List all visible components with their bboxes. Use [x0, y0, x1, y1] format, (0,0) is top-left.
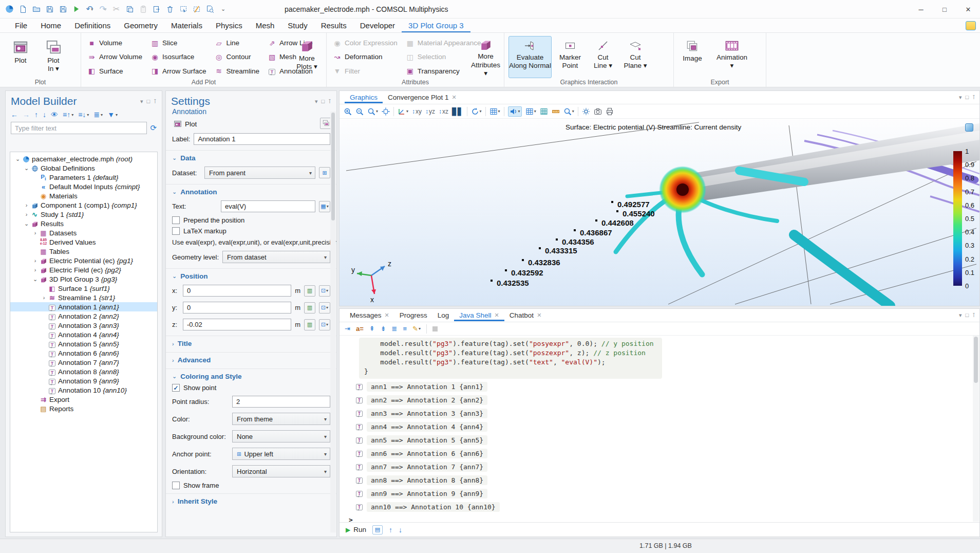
save-as-icon[interactable]: [59, 5, 67, 13]
console-tab-log[interactable]: Log: [432, 310, 455, 321]
move-down-icon[interactable]: ↓: [43, 110, 46, 119]
tree-item-surface-1[interactable]: ◧Surface 1{surf1}: [10, 284, 157, 293]
ribbon-tab-results[interactable]: Results: [314, 19, 353, 32]
panel-menu-icon[interactable]: ▾: [140, 98, 143, 105]
panel-pin-icon[interactable]: ⊺: [972, 94, 975, 101]
close-tab-icon[interactable]: ✕: [537, 312, 541, 319]
attribute-filter-button[interactable]: ▼Filter: [331, 64, 402, 78]
next-command-icon[interactable]: ↓: [399, 526, 402, 534]
add-plot-arrow-volume-button[interactable]: ⇛Arrow Volume: [85, 50, 146, 64]
minimize-button[interactable]: ─: [909, 0, 933, 19]
tree-item-streamline-1[interactable]: ›≋Streamline 1{str1}: [10, 293, 157, 302]
orientation-dropdown[interactable]: Horizontal: [232, 465, 330, 477]
more-plots-button[interactable]: More Plots ▾: [292, 36, 322, 78]
show-point-checkbox[interactable]: ✓: [172, 384, 180, 392]
ribbon-tab-physics[interactable]: Physics: [209, 19, 249, 32]
tree-item-export[interactable]: ⇉Export: [10, 395, 157, 404]
tree-item-annotation-4[interactable]: TAnnotation 4{ann4}: [10, 330, 157, 339]
expand-all-icon[interactable]: ≡↓▾: [78, 110, 89, 119]
ribbon-tab-geometry[interactable]: Geometry: [117, 19, 164, 32]
latex-markup-checkbox[interactable]: [172, 227, 180, 235]
tree-item-global-definitions[interactable]: ⌄Global Definitions: [10, 163, 157, 173]
annotation-label-input[interactable]: [194, 133, 330, 145]
go-to-view-icon[interactable]: ▾: [398, 107, 408, 116]
measure-icon[interactable]: [552, 107, 560, 116]
delete-icon[interactable]: [165, 5, 174, 13]
tree-expander-icon[interactable]: ⌄: [14, 156, 21, 162]
add-plot-arrow-surface-button[interactable]: ◨Arrow Surface: [148, 64, 211, 78]
panel-float-icon[interactable]: □: [322, 98, 325, 105]
console-tab-chatbot[interactable]: Chatbot✕: [504, 310, 547, 321]
add-plot-surface-button[interactable]: ◧Surface: [85, 64, 146, 78]
ribbon-tab-study[interactable]: Study: [281, 19, 314, 32]
tree-expander-icon[interactable]: ›: [32, 257, 39, 264]
expand-entries-icon[interactable]: ⇞: [369, 325, 375, 333]
view-yz-icon[interactable]: ↕yz: [425, 108, 435, 115]
insert-expression-button[interactable]: ▦▾: [319, 201, 330, 212]
attribute-color-expression-button[interactable]: ◉Color Expression: [331, 36, 402, 50]
range-button[interactable]: ▥: [304, 302, 315, 314]
run-icon[interactable]: [72, 5, 81, 13]
section-inherit-style[interactable]: ›Inherit Style: [166, 493, 336, 507]
geometry-level-dropdown[interactable]: From dataset: [222, 251, 330, 263]
ribbon-tab-developer[interactable]: Developer: [353, 19, 402, 32]
scene-settings-icon[interactable]: ▾: [489, 107, 500, 116]
ribbon-tab-materials[interactable]: Materials: [164, 19, 209, 32]
shell-prompt[interactable]: >: [349, 516, 972, 522]
console-tab-messages[interactable]: Messages✕: [345, 310, 394, 321]
duplicate-icon[interactable]: [152, 5, 161, 13]
section-position[interactable]: ⌄Position: [166, 268, 336, 282]
settings-scrollbar[interactable]: [330, 112, 336, 532]
y-position-input[interactable]: [183, 302, 291, 314]
tree-item-component-1-comp1-[interactable]: ›Component 1 (comp1){comp1}: [10, 200, 157, 210]
highlight-icon[interactable]: ✎▾: [412, 325, 421, 333]
export-animation-button[interactable]: Animation ▾: [710, 36, 754, 78]
panel-pin-icon[interactable]: ⊺: [972, 312, 975, 319]
tree-expander-icon[interactable]: ›: [32, 230, 39, 236]
show-entries-icon[interactable]: ≣: [392, 325, 398, 333]
view-xy-icon[interactable]: ↕xy: [412, 108, 422, 115]
tree-item-electric-potential-ec-[interactable]: ›Electric Potential (ec){pg1}: [10, 256, 157, 265]
add-plot-contour-button[interactable]: ◎Contour: [213, 50, 264, 64]
tree-item-tables[interactable]: ▦Tables: [10, 247, 157, 256]
copy-icon[interactable]: [125, 5, 134, 13]
ribbon-tab-definitions[interactable]: Definitions: [68, 19, 117, 32]
attribute-deformation-button[interactable]: ↝Deformation: [331, 50, 402, 64]
view-xz-icon[interactable]: ↕xz: [439, 108, 448, 115]
range-button[interactable]: ▥: [304, 319, 315, 330]
zoom-settings-icon[interactable]: ▾: [563, 107, 574, 116]
sound-icon[interactable]: ▾: [508, 106, 522, 117]
forward-icon[interactable]: →: [23, 110, 30, 119]
tree-item-annotation-3[interactable]: TAnnotation 3{ann3}: [10, 321, 157, 330]
add-plot-streamline-button[interactable]: ≋Streamline: [213, 64, 264, 78]
model-tree-nodes-icon[interactable]: ≣▾: [93, 110, 103, 119]
plot-area[interactable]: Surface: Electric potential (V) Streamli…: [340, 119, 979, 306]
tree-expander-icon[interactable]: ⌄: [32, 276, 39, 283]
zoom-in-icon[interactable]: [344, 107, 352, 116]
plot-button[interactable]: Plot: [4, 36, 37, 78]
paste-icon[interactable]: [139, 5, 147, 13]
background-color-dropdown[interactable]: None: [232, 430, 330, 443]
command-list-icon[interactable]: ▤: [372, 525, 383, 534]
tree-item-annotation-6[interactable]: TAnnotation 6{ann6}: [10, 348, 157, 358]
tree-item-results[interactable]: ⌄Results: [10, 219, 157, 228]
panel-menu-icon[interactable]: ▾: [959, 94, 962, 101]
ribbon-tab-mesh[interactable]: Mesh: [249, 19, 281, 32]
tree-item-study-1[interactable]: ›∿Study 1{std1}: [10, 210, 157, 219]
settings-plot-button[interactable]: Plot: [171, 118, 201, 130]
zoom-box-icon[interactable]: ▾: [367, 107, 378, 116]
add-plot-line-button[interactable]: ▱Line: [213, 36, 264, 50]
add-plot-slice-button[interactable]: ▥Slice: [148, 36, 211, 50]
color-table-icon[interactable]: [540, 107, 548, 116]
format-code-icon[interactable]: ⇥: [345, 325, 350, 333]
assign-icon[interactable]: a=: [356, 325, 364, 333]
z-position-input[interactable]: [183, 319, 291, 330]
zoom-extents-icon[interactable]: [382, 107, 390, 116]
rotate-view-icon[interactable]: ▾: [471, 107, 482, 116]
cut-icon[interactable]: ✂: [112, 5, 121, 13]
tree-expander-icon[interactable]: ⌄: [23, 220, 30, 227]
show-icon[interactable]: 👁: [51, 110, 58, 119]
graphics-tab-graphics[interactable]: Graphics: [345, 92, 383, 103]
ribbon-tab-file[interactable]: File: [8, 19, 34, 32]
move-up-icon[interactable]: ↑: [34, 110, 38, 119]
